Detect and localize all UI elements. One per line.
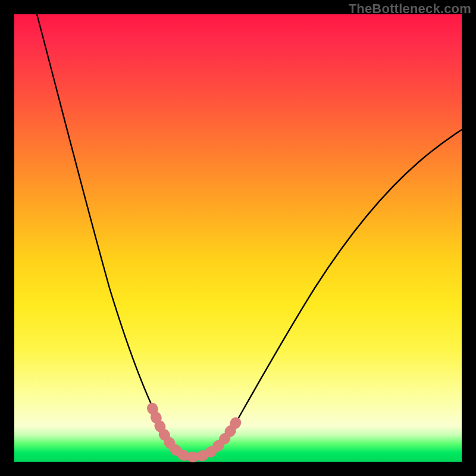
curve-layer (14, 14, 462, 462)
plot-area (14, 14, 462, 462)
chart-frame: TheBottleneck.com (0, 0, 476, 476)
highlight-band (152, 408, 239, 457)
bottleneck-curve (37, 14, 462, 457)
